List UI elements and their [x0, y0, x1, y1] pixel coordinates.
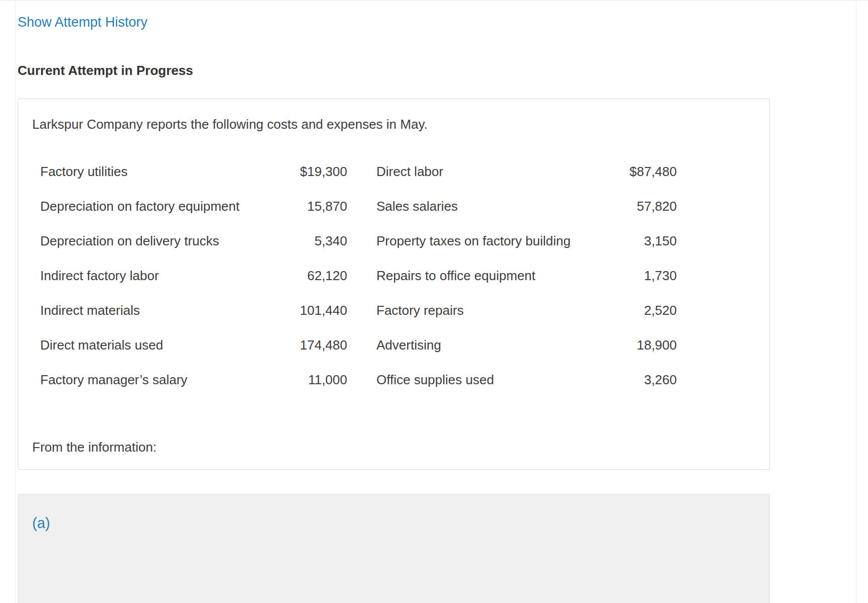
cost-row: Direct materials used 174,480 Advertisin…	[40, 328, 755, 363]
cost-value: 101,440	[282, 303, 347, 318]
cost-value: 5,340	[282, 233, 347, 249]
current-attempt-heading: Current Attempt in Progress	[18, 62, 193, 78]
cost-value: 3,150	[595, 233, 677, 249]
cost-value: 2,520	[595, 303, 677, 318]
left-frame-divider	[15, 0, 16, 603]
cost-row: Indirect materials 101,440 Factory repai…	[40, 293, 755, 328]
cost-value: $87,480	[595, 164, 677, 180]
cost-label: Factory manager’s salary	[40, 372, 282, 388]
cost-label: Sales salaries	[376, 199, 595, 214]
cost-label: Property taxes on factory building	[376, 233, 595, 249]
problem-intro-text: Larkspur Company reports the following c…	[32, 116, 755, 132]
cost-value: 57,820	[595, 199, 677, 214]
cost-label: Factory utilities	[40, 164, 282, 180]
top-divider	[0, 0, 868, 1]
cost-value: 174,480	[282, 337, 347, 353]
cost-row: Depreciation on delivery trucks 5,340 Pr…	[40, 224, 755, 259]
cost-row: Factory utilities $19,300 Direct labor $…	[40, 154, 755, 189]
cost-label: Indirect factory labor	[40, 268, 282, 284]
cost-label: Office supplies used	[376, 372, 595, 388]
show-attempt-history-link[interactable]: Show Attempt History	[18, 14, 147, 30]
cost-label: Direct materials used	[40, 337, 282, 353]
cost-value: 18,900	[595, 337, 677, 353]
problem-card: Larkspur Company reports the following c…	[18, 99, 770, 470]
cost-table: Factory utilities $19,300 Direct labor $…	[40, 154, 755, 397]
cost-value: 15,870	[282, 199, 347, 214]
cost-label: Depreciation on delivery trucks	[40, 233, 282, 249]
cost-value: $19,300	[282, 164, 347, 180]
cost-label: Indirect materials	[40, 303, 282, 318]
section-a-panel: (a)	[18, 494, 770, 603]
cost-label: Direct labor	[376, 164, 595, 180]
cost-row: Depreciation on factory equipment 15,870…	[40, 189, 755, 224]
cost-value: 3,260	[595, 372, 677, 388]
from-information-text: From the information:	[32, 439, 755, 455]
cost-value: 11,000	[282, 372, 347, 388]
right-frame-divider	[856, 0, 856, 603]
cost-value: 1,730	[595, 268, 677, 284]
section-a-label: (a)	[32, 515, 50, 531]
cost-row: Indirect factory labor 62,120 Repairs to…	[40, 259, 755, 293]
cost-label: Advertising	[376, 337, 595, 353]
cost-label: Depreciation on factory equipment	[40, 199, 282, 214]
cost-row: Factory manager’s salary 11,000 Office s…	[40, 363, 755, 397]
cost-label: Repairs to office equipment	[376, 268, 595, 284]
cost-value: 62,120	[282, 268, 347, 284]
cost-label: Factory repairs	[376, 303, 595, 318]
